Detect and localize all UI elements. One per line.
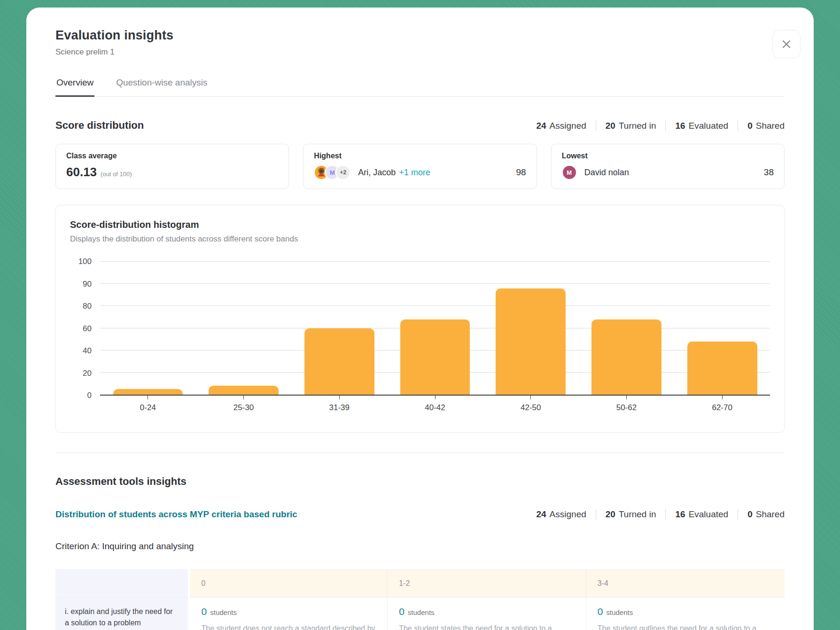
lowest-student-name: David nolan bbox=[584, 168, 629, 178]
page-title: Evaluation insights bbox=[55, 28, 785, 43]
highest-student-name: Ari, Jacob bbox=[358, 168, 396, 178]
x-axis-label: 0-24 bbox=[100, 403, 196, 412]
x-axis-tick bbox=[339, 396, 340, 399]
student-count: 0 bbox=[202, 606, 207, 617]
x-axis-category: 0-24 bbox=[100, 396, 196, 412]
criterion-a-title: Criterion A: Inquiring and analysing bbox=[55, 541, 785, 552]
y-axis-label: 20 bbox=[83, 369, 92, 378]
band-descriptor: The student does not reach a standard de… bbox=[202, 623, 376, 630]
histogram-bar-40-42 bbox=[400, 319, 470, 395]
summary-cards-row: Class average 60.13 (out of 100) Highest… bbox=[55, 144, 785, 189]
band-cell: 0studentsThe student states the need for… bbox=[388, 598, 586, 630]
tab-overview[interactable]: Overview bbox=[55, 75, 94, 97]
y-axis-label: 90 bbox=[83, 280, 92, 289]
student-count-unit: students bbox=[210, 608, 237, 616]
stat-evaluated: 16Evaluated bbox=[675, 121, 728, 131]
x-axis-category: 62-70 bbox=[674, 396, 770, 412]
stat-evaluated: 16Evaluated bbox=[675, 509, 728, 520]
x-axis-label: 50-62 bbox=[579, 403, 675, 412]
y-axis-label: 40 bbox=[83, 346, 92, 356]
evaluation-insights-modal: Evaluation insights Science prelim 1 Ove… bbox=[26, 8, 814, 630]
rubric-table: 01-23-4 i. explain and justify the need … bbox=[55, 569, 785, 630]
stat-separator bbox=[596, 509, 596, 520]
assignment-stats: 24Assigned20Turned in16Evaluated0Shared bbox=[536, 121, 785, 131]
band-header-0: 0 bbox=[189, 570, 388, 598]
histogram-title: Score-distribution histogram bbox=[70, 219, 770, 230]
student-count-unit: students bbox=[607, 608, 633, 616]
stat-shared: 0Shared bbox=[747, 509, 785, 520]
lowest-label: Lowest bbox=[562, 152, 774, 160]
stat-assigned: 24Assigned bbox=[536, 121, 586, 131]
stat-separator bbox=[665, 121, 666, 131]
highest-score-value: 98 bbox=[516, 167, 526, 178]
x-axis-category: 50-62 bbox=[579, 396, 675, 412]
x-axis-tick bbox=[243, 396, 244, 399]
class-average-value: 60.13 bbox=[66, 165, 97, 179]
band-descriptor: The student states the need for a soluti… bbox=[399, 623, 575, 630]
x-axis-category: 42-50 bbox=[483, 396, 579, 412]
highest-more-link[interactable]: +1 more bbox=[399, 168, 430, 178]
histogram-bar-50-62 bbox=[591, 319, 661, 395]
y-axis: 02040608090100 bbox=[70, 262, 100, 396]
table-row: i. explain and justify the need for a so… bbox=[55, 598, 785, 630]
x-axis-label: 40-42 bbox=[387, 403, 483, 412]
section-divider bbox=[55, 452, 785, 453]
y-axis-label: 100 bbox=[78, 257, 92, 266]
x-axis-category: 40-42 bbox=[387, 396, 483, 412]
assessment-tools-heading: Assessment tools insights bbox=[55, 475, 785, 488]
histogram-bar-42-50 bbox=[496, 288, 566, 395]
class-average-card: Class average 60.13 (out of 100) bbox=[55, 144, 289, 189]
plot bbox=[100, 262, 770, 396]
student-count: 0 bbox=[399, 606, 404, 617]
stat-separator bbox=[738, 121, 738, 131]
y-axis-label: 0 bbox=[87, 391, 92, 400]
avatar-initial-m-maroon: M bbox=[562, 165, 577, 180]
bar-slot bbox=[100, 262, 196, 395]
bar-slot bbox=[579, 262, 675, 395]
tab-question-wise-analysis[interactable]: Question-wise analysis bbox=[115, 75, 208, 96]
student-count: 0 bbox=[598, 606, 603, 617]
stat-turned-in: 20Turned in bbox=[606, 121, 656, 131]
histogram-subtitle: Displays the distribution of students ac… bbox=[70, 234, 770, 244]
bar-slot bbox=[196, 262, 292, 395]
x-axis-tick bbox=[722, 396, 723, 399]
rubric-corner-cell bbox=[55, 570, 189, 598]
x-axis-label: 31-39 bbox=[291, 403, 387, 412]
student-count-unit: students bbox=[408, 608, 435, 616]
stat-turned-in: 20Turned in bbox=[606, 509, 656, 520]
x-axis-tick bbox=[626, 396, 627, 399]
x-axis-tick bbox=[435, 396, 436, 399]
highest-score-card: Highest M +2 Ari, Jacob +1 more 98 bbox=[303, 144, 537, 189]
avatar-overflow-count: +2 bbox=[335, 165, 350, 180]
lowest-score-value: 38 bbox=[764, 167, 774, 178]
rubric-distribution-link[interactable]: Distribution of students across MYP crit… bbox=[55, 509, 297, 520]
band-cell: 0studentsThe student does not reach a st… bbox=[189, 598, 388, 630]
criterion-strand-cell: i. explain and justify the need for a so… bbox=[55, 598, 189, 630]
close-button[interactable] bbox=[772, 30, 801, 58]
bar-slot bbox=[674, 262, 770, 395]
histogram-bar-0-24 bbox=[113, 389, 183, 395]
x-axis-label: 25-30 bbox=[196, 403, 292, 412]
x-axis-tick bbox=[148, 396, 148, 399]
y-axis-label: 80 bbox=[83, 302, 92, 311]
band-cell: 0studentsThe student outlines the need f… bbox=[586, 598, 785, 630]
stat-separator bbox=[738, 509, 738, 520]
stat-separator bbox=[665, 509, 666, 520]
highest-label: Highest bbox=[314, 152, 526, 160]
x-axis-label: 42-50 bbox=[483, 403, 579, 412]
y-axis-label: 60 bbox=[83, 324, 92, 334]
band-header-1-2: 1-2 bbox=[388, 570, 586, 598]
lowest-score-card: Lowest M David nolan 38 bbox=[551, 144, 785, 189]
close-icon bbox=[780, 38, 793, 50]
bar-slot bbox=[483, 262, 579, 395]
histogram-plot-area: 02040608090100 bbox=[70, 262, 770, 396]
class-average-suffix: (out of 100) bbox=[101, 171, 132, 178]
bar-slot bbox=[291, 262, 387, 395]
band-header-3-4: 3-4 bbox=[586, 570, 785, 598]
stat-assigned: 24Assigned bbox=[536, 509, 586, 520]
stat-separator bbox=[596, 121, 596, 131]
stat-shared: 0Shared bbox=[747, 121, 785, 131]
page-subtitle: Science prelim 1 bbox=[55, 47, 785, 57]
x-axis-tick bbox=[530, 396, 531, 399]
assignment-stats-rubric: 24Assigned20Turned in16Evaluated0Shared bbox=[536, 509, 785, 520]
